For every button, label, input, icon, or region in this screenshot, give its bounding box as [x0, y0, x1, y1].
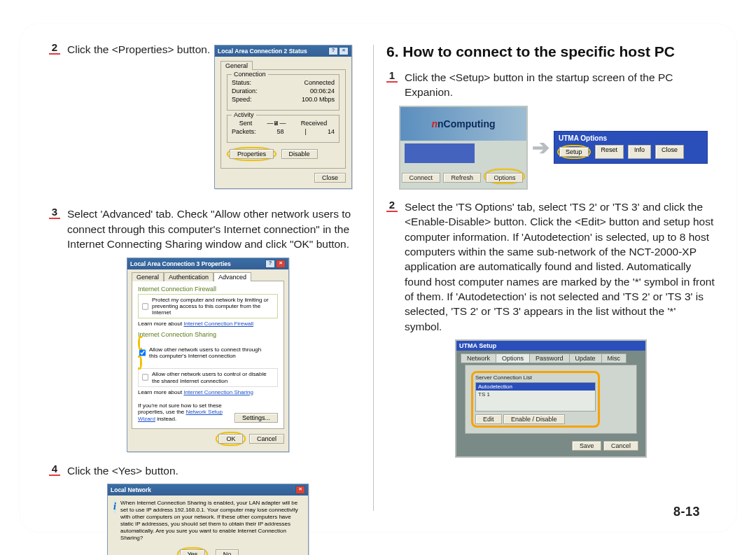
ics-control-label: Allow other network users to control or …	[152, 371, 275, 384]
step-text: Click the <Yes> button.	[67, 463, 367, 478]
step-text: Select 'Advanced' tab. Check "Allow othe…	[67, 206, 367, 251]
status-label: Status:	[232, 79, 251, 86]
fig-utma-setup: UTMA Setup NetworkOptionsPasswordUpdateM…	[455, 339, 647, 458]
step-2-right: 2 Select the 'TS Options' tab, select 'T…	[386, 199, 715, 334]
learn-more-label: Learn more about	[138, 321, 182, 327]
step-number: 2	[386, 199, 398, 212]
setup-button[interactable]: Setup	[559, 147, 589, 157]
help-icon[interactable]: ?	[328, 47, 338, 55]
edit-button[interactable]: Edit	[475, 414, 502, 424]
close-button[interactable]: Close	[314, 173, 346, 183]
highlight-ring: OK	[216, 432, 246, 446]
highlight-ring: Setup	[557, 145, 591, 159]
ok-button[interactable]: OK	[218, 434, 243, 444]
list-item-selected[interactable]: Autodetection	[476, 383, 595, 391]
window-titlebar: Local Area Connection 2 Status ?×	[215, 45, 351, 57]
reset-button[interactable]: Reset	[595, 145, 624, 159]
ics-heading: Internet Connection Sharing	[138, 331, 278, 338]
refresh-button[interactable]: Refresh	[443, 173, 481, 183]
received-label: Received	[301, 120, 328, 127]
step-number: 1	[386, 70, 398, 83]
settings-button[interactable]: Settings...	[234, 413, 278, 423]
highlight-ring: Allow other network users to connect thr…	[138, 336, 278, 370]
tab-general[interactable]: General	[132, 272, 164, 281]
no-button[interactable]: No	[216, 549, 239, 555]
status-value: Connected	[304, 79, 335, 86]
enable-disable-button[interactable]: Enable / Disable	[503, 414, 565, 424]
utma-options-panel: UTMA Options Setup Reset Info Close	[554, 131, 708, 164]
info-button[interactable]: Info	[628, 145, 651, 159]
close-icon[interactable]: ×	[339, 47, 349, 55]
ics-checkbox-allow[interactable]: Allow other network users to connect thr…	[138, 346, 264, 359]
window-titlebar: Local Network ×	[108, 484, 308, 496]
brand-label: nComputing	[438, 118, 495, 129]
tab-misc[interactable]: Misc	[601, 353, 627, 363]
highlight-rect: Server Connection List Autodetection TS …	[471, 371, 600, 428]
icf-checkbox[interactable]: Protect my computer and network by limit…	[141, 297, 275, 316]
icf-checkbox-label: Protect my computer and network by limit…	[152, 297, 275, 316]
window-controls: ?×	[328, 47, 349, 55]
window-titlebar: Local Area Connection 3 Properties ?×	[127, 258, 288, 269]
options-button[interactable]: Options	[486, 173, 523, 183]
tab-update[interactable]: Update	[569, 353, 602, 363]
step-1: 1 Click the <Setup> button in the startu…	[386, 70, 715, 100]
save-button[interactable]: Save	[572, 441, 602, 451]
fig-connection-properties: Local Area Connection 3 Properties ?× Ge…	[127, 258, 289, 452]
tab-options[interactable]: Options	[496, 353, 530, 363]
disable-button[interactable]: Disable	[281, 149, 318, 159]
icf-link[interactable]: Internet Connection Firewall	[183, 321, 253, 327]
highlight-ring: Options	[484, 169, 525, 184]
close-icon[interactable]: ×	[295, 486, 305, 494]
packets-label: Packets:	[232, 128, 256, 135]
help-icon[interactable]: ?	[265, 260, 275, 268]
step-4: 4 Click the <Yes> button.	[49, 463, 367, 478]
utma-title: UTMA Options	[557, 134, 704, 145]
message-text: When Internet Connection Sharing is enab…	[120, 500, 302, 542]
close-button[interactable]: Close	[655, 145, 684, 159]
tab-general[interactable]: General	[220, 61, 253, 70]
ics-link[interactable]: Internet Connection Sharing	[183, 389, 253, 395]
step-number: 2	[49, 42, 60, 55]
ics-checkbox-label: Allow other network users to connect thr…	[149, 346, 264, 359]
manual-page: 2 Click the <Properties> button. Local A…	[20, 24, 736, 532]
tab-network[interactable]: Network	[461, 353, 496, 363]
step-text: Select the 'TS Options' tab, select 'TS …	[405, 199, 715, 334]
highlight-ring: Yes	[177, 547, 209, 555]
duration-value: 00:06:24	[310, 87, 335, 94]
duration-label: Duration:	[232, 87, 258, 94]
startup-screen: nnComputing Connect Refresh Options	[399, 106, 528, 190]
step-text: Click the <Setup> button in the startup …	[405, 70, 715, 100]
ics-checkbox-control[interactable]: Allow other network users to control or …	[141, 371, 275, 384]
window-controls: ×	[295, 486, 305, 494]
connection-list[interactable]: Autodetection TS 1	[475, 382, 596, 412]
list-item[interactable]: TS 1	[476, 391, 595, 398]
section-title: 6. How to connect to the specific host P…	[386, 43, 715, 60]
tab-authentication[interactable]: Authentication	[164, 272, 214, 281]
step-3: 3 Select 'Advanced' tab. Check "Allow ot…	[49, 206, 367, 251]
tab-password[interactable]: Password	[529, 353, 570, 363]
icf-heading: Internet Connection Firewall	[138, 286, 278, 293]
list-label: Server Connection List	[475, 374, 596, 381]
speed-label: Speed:	[232, 96, 252, 103]
sent-label: Sent	[239, 120, 253, 127]
speed-value: 100.0 Mbps	[302, 96, 335, 103]
group-connection: Connection	[232, 71, 268, 78]
page-number: 8-13	[673, 505, 700, 519]
packets-recv: 14	[328, 128, 335, 135]
fig-startup-setup: nnComputing Connect Refresh Options ➔ UT…	[399, 106, 715, 190]
right-column: 6. How to connect to the specific host P…	[386, 42, 715, 517]
connect-button[interactable]: Connect	[402, 173, 441, 183]
tab-bar: NetworkOptionsPasswordUpdateMisc	[461, 353, 641, 363]
cancel-button[interactable]: Cancel	[249, 434, 284, 444]
activity-icon: —🖥—	[267, 120, 286, 127]
properties-button[interactable]: Properties	[230, 149, 274, 159]
yes-button[interactable]: Yes	[180, 549, 206, 555]
close-icon[interactable]: ×	[276, 260, 286, 268]
packets-sent: 58	[277, 128, 284, 135]
window-controls: ?×	[265, 260, 286, 268]
step-number: 3	[49, 206, 60, 219]
cancel-button[interactable]: Cancel	[603, 441, 638, 451]
tab-advanced[interactable]: Advanced	[214, 272, 251, 281]
fig-connection-status: Local Area Connection 2 Status ?× Genera…	[214, 45, 352, 189]
window-title: Local Area Connection 2 Status	[218, 48, 307, 55]
